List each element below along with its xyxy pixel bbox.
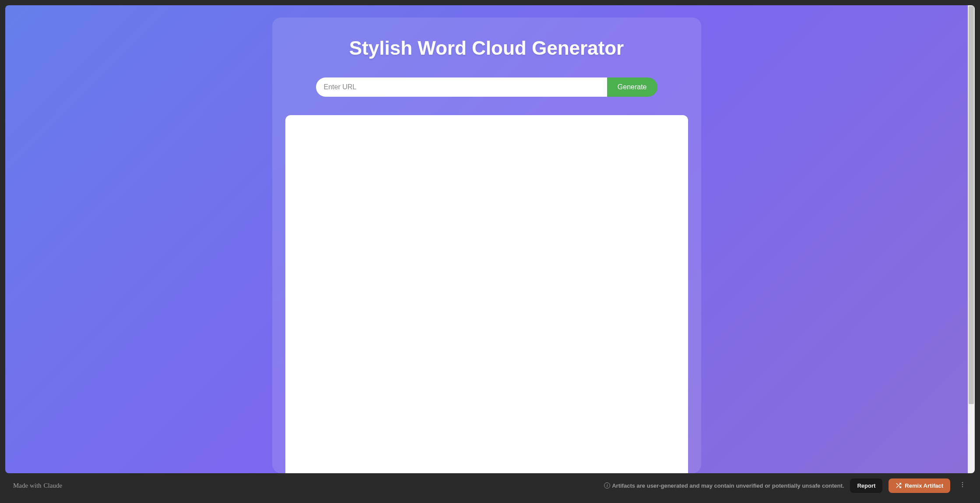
outer-frame: Stylish Word Cloud Generator Generate ▲ …: [0, 0, 980, 503]
word-cloud-canvas: [285, 115, 688, 473]
more-vertical-icon: [959, 481, 966, 490]
footer-actions: i Artifacts are user-generated and may c…: [604, 478, 969, 493]
main-card: Stylish Word Cloud Generator Generate: [272, 18, 701, 473]
disclaimer-group: i Artifacts are user-generated and may c…: [604, 482, 844, 489]
report-button[interactable]: Report: [850, 478, 882, 493]
brand-name: Claude: [44, 482, 63, 489]
svg-point-5: [962, 486, 963, 487]
remix-label: Remix Artifact: [905, 482, 943, 489]
app-background: Stylish Word Cloud Generator Generate: [5, 5, 968, 473]
more-options-button[interactable]: [956, 478, 969, 492]
svg-point-4: [962, 484, 963, 485]
footer-bar: Made with Claude i Artifacts are user-ge…: [5, 473, 975, 498]
disclaimer-text: Artifacts are user-generated and may con…: [612, 482, 844, 489]
page-title: Stylish Word Cloud Generator: [349, 37, 624, 59]
made-with-label: Made with: [13, 482, 42, 489]
footer-branding[interactable]: Made with Claude: [13, 482, 62, 489]
shuffle-icon: [896, 482, 902, 489]
info-icon: i: [604, 482, 610, 489]
viewport-container: Stylish Word Cloud Generator Generate ▲: [5, 5, 975, 473]
scrollbar-thumb[interactable]: [969, 6, 974, 404]
url-input[interactable]: [316, 77, 607, 97]
generate-button[interactable]: Generate: [607, 77, 657, 97]
remix-button[interactable]: Remix Artifact: [889, 478, 950, 493]
svg-point-3: [962, 482, 963, 483]
svg-line-2: [897, 483, 898, 485]
scrollbar-track[interactable]: ▲: [968, 5, 975, 473]
input-row: Generate: [316, 77, 657, 97]
